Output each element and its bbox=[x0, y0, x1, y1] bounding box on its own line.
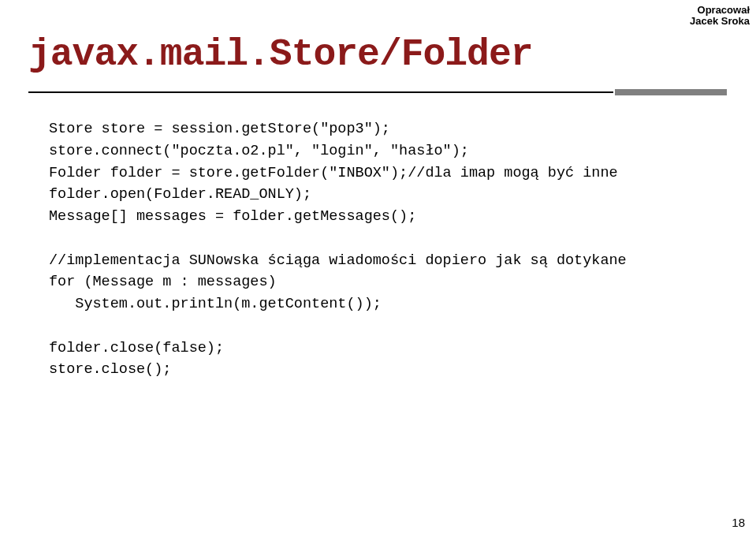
credit-line2: Jacek Sroka bbox=[690, 16, 750, 27]
credit-line1: Opracował bbox=[690, 5, 750, 16]
code-line: Folder folder = store.getFolder("INBOX")… bbox=[49, 165, 618, 181]
slide-title: javax.mail.Store/Folder bbox=[28, 33, 533, 76]
code-line: Store store = session.getStore("pop3"); bbox=[49, 121, 390, 137]
code-line: //implementacja SUNowska ściąga wiadomoś… bbox=[49, 252, 627, 269]
code-line: for (Message m : messages) bbox=[49, 274, 277, 290]
code-block: Store store = session.getStore("pop3"); … bbox=[49, 118, 627, 381]
code-line: store.connect("poczta.o2.pl", "login", "… bbox=[49, 143, 469, 159]
title-underline-thick bbox=[615, 89, 727, 95]
title-underline-thin bbox=[28, 91, 613, 93]
code-line: Message[] messages = folder.getMessages(… bbox=[49, 208, 416, 225]
code-line: folder.close(false); bbox=[49, 340, 224, 356]
header-credit: Opracował Jacek Sroka bbox=[690, 5, 750, 28]
code-line: System.out.println(m.getContent()); bbox=[49, 296, 382, 312]
page-number: 18 bbox=[732, 516, 745, 529]
code-line: folder.open(Folder.READ_ONLY); bbox=[49, 186, 311, 203]
code-line: store.close(); bbox=[49, 361, 171, 378]
